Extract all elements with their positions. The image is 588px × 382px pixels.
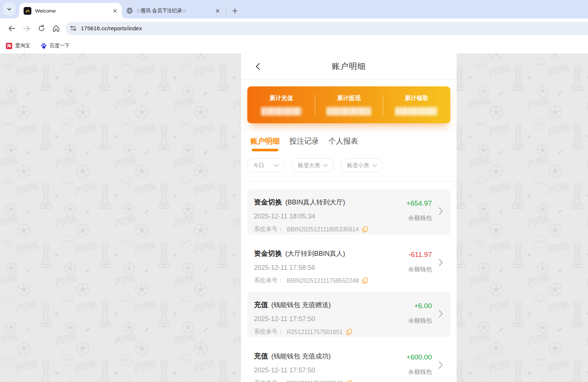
transaction-amount-block: +600.00 余额钱包 — [406, 353, 432, 376]
transaction-amount: +654.97 — [406, 199, 432, 207]
filter-row: 今日 账变大类 账变小类 — [241, 153, 457, 182]
reload-button[interactable] — [34, 21, 49, 36]
transaction-wallet: 余额钱包 — [408, 266, 432, 273]
summary-card: 累计充值 累计提现 累计领取 — [247, 86, 450, 123]
address-bar[interactable]: 175616.cc/reports/index — [66, 22, 588, 35]
transaction-type: 资金切换 — [254, 197, 282, 207]
tab-title: :::视讯 会员下注纪录::: — [137, 7, 214, 14]
masked-value — [327, 107, 371, 116]
summary-label: 累计提现 — [337, 94, 361, 102]
bookmark-label: 爱淘宝 — [15, 42, 30, 49]
transaction-order-line: 系统单号： R2512111757500748 — [254, 379, 450, 382]
transaction-subtitle: (钱能钱包 充值成功) — [271, 352, 331, 361]
tab-search-button[interactable] — [3, 3, 16, 16]
chevron-down-icon — [323, 164, 328, 167]
copy-icon — [362, 278, 368, 284]
summary-label: 累计领取 — [405, 94, 428, 102]
filter-label: 账变小类 — [347, 162, 369, 169]
transaction-wallet: 余额钱包 — [408, 368, 432, 376]
arrow-right-icon — [23, 24, 31, 32]
order-number-value: BBIN202512111758552248 — [287, 278, 359, 284]
summary-total-recharge: 累计充值 — [247, 86, 315, 123]
transaction-list: 资金切换 (BBIN真人转到大厅) 2025-12-11 18:05:34 系统… — [241, 182, 457, 382]
transaction-order-line: 系统单号： BBIN202512111805335614 — [254, 226, 450, 233]
tab-welcome[interactable]: Welcome — [19, 3, 122, 18]
copy-button[interactable] — [362, 278, 368, 284]
bookmark-baidu[interactable]: 百度一下 — [41, 42, 70, 49]
copy-icon — [362, 226, 368, 233]
transaction-row[interactable]: 资金切换 (BBIN真人转到大厅) 2025-12-11 18:05:34 系统… — [247, 189, 450, 235]
transaction-subtitle: (钱能钱包 充值赠送) — [271, 300, 331, 309]
order-number-value: R2512111757501651 — [287, 329, 343, 335]
transaction-row[interactable]: 充值 (钱能钱包 充值成功) 2025-12-11 17:57:50 系统单号：… — [247, 343, 450, 382]
transaction-amount-block: +654.97 余额钱包 — [406, 199, 432, 222]
transaction-type: 充值 — [254, 300, 268, 310]
new-tab-button[interactable] — [229, 5, 240, 16]
transaction-amount: +600.00 — [406, 353, 432, 361]
reload-icon — [38, 24, 45, 32]
tab-close-icon[interactable] — [214, 7, 221, 14]
tab-betting-records[interactable]: 投注记录 — [289, 136, 319, 153]
transaction-type: 充值 — [254, 351, 268, 361]
browser-tab-strip: Welcome :::视讯 会员下注纪录::: — [0, 0, 588, 18]
plus-icon — [232, 8, 238, 14]
browser-toolbar: 175616.cc/reports/index — [0, 18, 588, 38]
summary-total-claimed: 累计领取 — [383, 86, 450, 123]
chevron-down-icon — [372, 164, 377, 167]
transaction-subtitle: (大厅转到BBIN真人) — [285, 249, 345, 258]
bookmark-label: 百度一下 — [50, 42, 70, 49]
summary-total-withdraw: 累计提现 — [315, 86, 382, 123]
transaction-amount: -611.97 — [409, 251, 432, 259]
back-button[interactable] — [4, 21, 19, 36]
transaction-row[interactable]: 资金切换 (大厅转到BBIN真人) 2025-12-11 17:58:56 系统… — [247, 241, 450, 286]
transaction-amount: +6.00 — [414, 302, 432, 310]
transaction-subtitle: (BBIN真人转到大厅) — [285, 198, 345, 207]
filter-date-dropdown[interactable]: 今日 — [247, 158, 285, 172]
copy-button[interactable] — [346, 380, 352, 382]
home-button[interactable] — [49, 21, 63, 36]
tab-account-details[interactable]: 账户明细 — [250, 136, 280, 153]
page-viewport: FIFA FIFA FIFA 账户明细 累计充值 — [0, 54, 588, 382]
home-icon — [52, 24, 60, 32]
filter-major-category-dropdown[interactable]: 账变大类 — [291, 158, 334, 172]
summary-section: 累计充值 累计提现 累计领取 — [241, 80, 457, 130]
order-number-label: 系统单号： — [254, 379, 283, 382]
order-number-label: 系统单号： — [254, 328, 283, 336]
transaction-order-line: 系统单号： R2512111757501651 — [254, 328, 450, 336]
back-chevron-button[interactable] — [251, 54, 265, 79]
arrow-left-icon — [8, 24, 16, 32]
masked-value — [395, 107, 437, 116]
url-text[interactable]: 175616.cc/reports/index — [81, 25, 142, 32]
chevron-right-icon — [439, 310, 443, 319]
bookmark-taobao[interactable]: 淘 爱淘宝 — [6, 42, 30, 49]
account-details-panel: 账户明细 累计充值 累计提现 累计领取 账户明细 投注记录 — [241, 54, 457, 382]
baidu-paw-icon — [41, 43, 47, 49]
transaction-amount-block: -611.97 余额钱包 — [408, 251, 432, 273]
copy-button[interactable] — [346, 329, 352, 335]
chevron-right-icon — [439, 207, 443, 217]
transaction-amount-block: +6.00 余额钱包 — [408, 302, 432, 325]
filter-label: 今日 — [253, 162, 264, 169]
copy-icon — [346, 380, 352, 382]
tab-betting-records[interactable]: :::视讯 会员下注纪录::: — [122, 3, 224, 18]
forward-button[interactable] — [19, 21, 34, 36]
site-settings-icon[interactable] — [70, 25, 76, 31]
transaction-wallet: 余额钱包 — [408, 317, 432, 325]
chevron-right-icon — [439, 258, 443, 268]
copy-icon — [346, 329, 352, 335]
order-number-value: R2512111757500748 — [287, 380, 343, 382]
site-favicon-icon — [24, 7, 31, 15]
globe-icon — [126, 7, 133, 14]
copy-button[interactable] — [362, 226, 368, 233]
tab-strip-divider — [226, 7, 226, 14]
tab-title: Welcome — [35, 8, 111, 14]
transaction-wallet: 余额钱包 — [408, 214, 432, 222]
tab-close-icon[interactable] — [111, 7, 118, 14]
page-header: 账户明细 — [241, 54, 457, 80]
filter-minor-category-dropdown[interactable]: 账变小类 — [340, 158, 383, 172]
filter-label: 账变大类 — [298, 162, 320, 169]
taobao-icon: 淘 — [6, 43, 12, 49]
transaction-type: 资金切换 — [254, 249, 282, 258]
transaction-row[interactable]: 充值 (钱能钱包 充值赠送) 2025-12-11 17:57:50 系统单号：… — [247, 292, 450, 337]
tab-personal-report[interactable]: 个人报表 — [329, 136, 358, 153]
